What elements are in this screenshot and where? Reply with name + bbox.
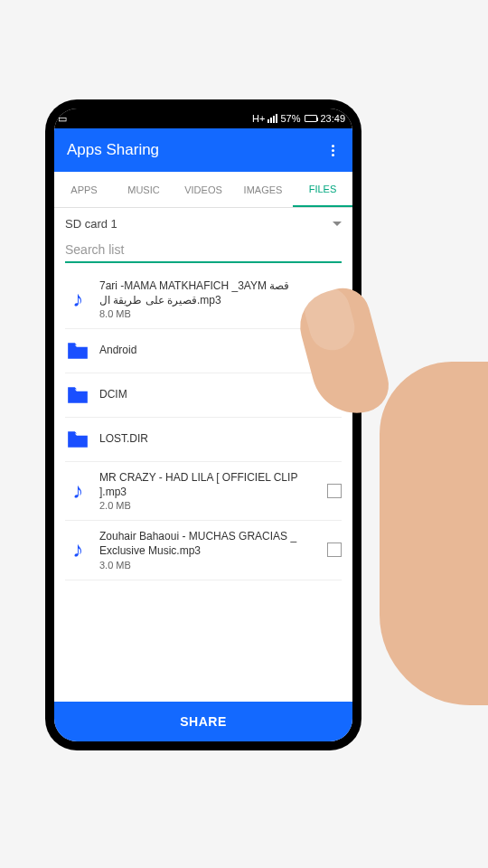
hand-palm (380, 362, 488, 705)
chevron-down-icon (333, 222, 342, 226)
file-size: 3.0 MB (99, 560, 318, 571)
search-container (65, 238, 342, 263)
signal-icon (267, 114, 277, 123)
folder-icon (65, 338, 90, 363)
clock-time: 23:49 (320, 113, 345, 124)
tab-videos[interactable]: VIDEOS (174, 174, 233, 206)
file-size: 8.0 MB (99, 308, 318, 319)
music-icon: ♪ (65, 537, 90, 562)
file-name: Zouhair Bahaoui - MUCHAS GRACIAS _ Exclu… (99, 530, 318, 558)
file-checkbox[interactable] (327, 484, 342, 498)
list-item[interactable]: DCIM (65, 373, 342, 418)
status-notification-icon: ▭ (58, 113, 67, 125)
music-icon: ♪ (65, 478, 90, 504)
status-bar: ▭ H+ 57% 23:49 (54, 108, 352, 128)
tab-files[interactable]: FILES (293, 173, 352, 207)
list-item[interactable]: ♪ Zouhair Bahaoui - MUCHAS GRACIAS _ Exc… (65, 521, 342, 580)
phone-frame: ▭ H+ 57% 23:49 Apps Sharing APPS MUSIC V… (45, 99, 361, 750)
tab-apps[interactable]: APPS (54, 174, 114, 206)
phone-screen: ▭ H+ 57% 23:49 Apps Sharing APPS MUSIC V… (54, 108, 352, 741)
list-item[interactable]: LOST.DIR (65, 418, 342, 462)
app-header: Apps Sharing (54, 128, 352, 172)
storage-label: SD card 1 (65, 217, 117, 231)
list-item[interactable]: Android (65, 329, 342, 373)
file-name: 7ari -MAMA MATKHAFICH _3AYM قصة قصيرة عل… (99, 279, 318, 307)
app-title: Apps Sharing (67, 141, 159, 159)
share-button[interactable]: SHARE (54, 702, 352, 741)
tab-images[interactable]: IMAGES (233, 174, 293, 206)
tab-bar: APPS MUSIC VIDEOS IMAGES FILES (54, 172, 352, 208)
file-name: LOST.DIR (99, 432, 342, 447)
music-icon: ♪ (65, 287, 90, 312)
more-menu-button[interactable] (326, 139, 340, 162)
battery-icon (305, 115, 317, 122)
list-item[interactable]: ♪ MR CRAZY - HAD LILA [ OFFICIEL CLIP ].… (65, 462, 342, 521)
data-type-label: H+ (252, 113, 265, 124)
file-checkbox[interactable] (327, 542, 342, 557)
tab-music[interactable]: MUSIC (114, 174, 174, 206)
file-name: MR CRAZY - HAD LILA [ OFFICIEL CLIP ].mp… (99, 471, 318, 499)
folder-icon (65, 427, 90, 452)
battery-percent: 57% (280, 113, 300, 124)
file-size: 2.0 MB (99, 500, 318, 511)
storage-selector[interactable]: SD card 1 (54, 208, 352, 236)
search-input[interactable] (65, 242, 342, 257)
file-name: DCIM (99, 388, 342, 402)
folder-icon (65, 382, 90, 408)
